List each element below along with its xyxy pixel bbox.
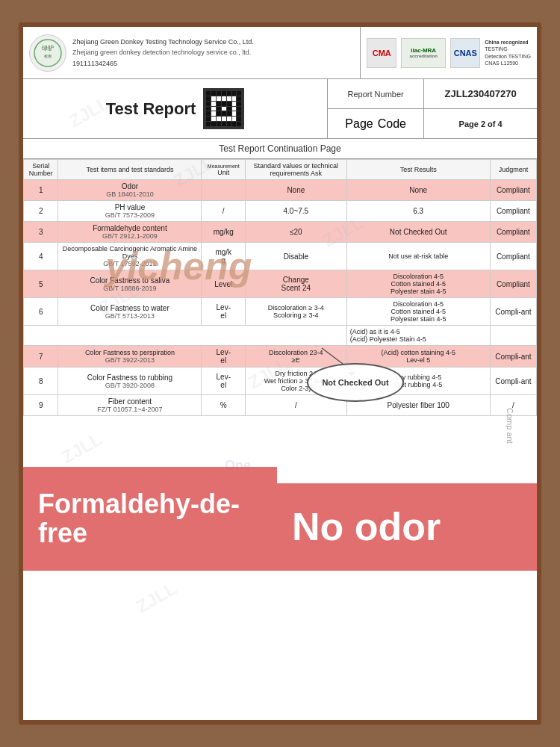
report-table: Serial Number Test items and test standa… [23, 159, 537, 416]
cell-ask-5: ChangeScent 24 [246, 270, 347, 298]
table-row: 9 Fiber content FZ/T 01057.1~4-2007 % / … [24, 395, 537, 416]
report-table-container: Serial Number Test items and test standa… [23, 159, 537, 416]
acid-judgment [490, 326, 536, 346]
standard-name-8: GB/T 3920-2008 [61, 382, 198, 389]
cell-judgment-3: Compliant [490, 222, 536, 243]
cell-item-1: Odor GB 18401-2010 [58, 180, 202, 201]
title-left: Test Report [23, 79, 328, 138]
standard-name-2: GB/T 7573-2009 [61, 211, 198, 219]
cell-ask-1: None [246, 180, 347, 201]
cell-ask-8: Dry friction 24Wet friction ≥ 3 (deepCol… [246, 368, 347, 395]
formaldehyde-free-banner: Formaldehy-de-free [23, 467, 277, 571]
cell-unit-5: Level [202, 270, 246, 298]
company-name-text: Zhejiang Green Donkey Testing Technology… [72, 37, 254, 69]
measurement-label: Measurement [205, 164, 242, 169]
standard-name-7: GB/T 3922-2013 [61, 356, 198, 364]
cell-result-6: Discoloration 4-5Cotton stained 4-5Polye… [346, 298, 490, 326]
document-header: 绿驴 检测 Zhejiang Green Donkey Testing Tech… [23, 27, 537, 79]
cell-result-8: Dry rubbing 4-5Wet rubbing 4-5 [346, 368, 490, 395]
cell-item-2: PH value GB/T 7573-2009 [58, 201, 202, 222]
svg-text:绿驴: 绿驴 [42, 45, 54, 52]
cell-judgment-6: Compli-ant [490, 298, 536, 326]
cell-unit-1 [202, 180, 246, 201]
page-value: Page 2 of 4 [424, 120, 537, 128]
unit-label: Unit [205, 169, 242, 176]
page-row: Page Code Page 2 of 4 [328, 109, 537, 138]
cell-judgment-7: Compli-ant [490, 346, 536, 368]
table-row: 8 Color Fastness to rubbing GB/T 3920-20… [24, 368, 537, 395]
standard-name-5: GB/T 18886-2019 [61, 285, 198, 292]
document-frame: ZJLL ZJLL ZJLL ZJLL ZJLL ZJLL ZJLL ZJLL … [19, 22, 541, 725]
cell-serial-6: 6 [24, 298, 58, 326]
one-overlay: One [225, 458, 251, 474]
cell-ask-4: Disable [246, 243, 347, 270]
report-number-label: Report Number [328, 90, 423, 99]
cell-unit-6: Lev-el [202, 298, 246, 326]
certification-logos: CMA ilac·MRA accreditation CNAS China re… [361, 27, 537, 78]
cell-serial-2: 2 [24, 201, 58, 222]
cell-unit-7: Lev-el [202, 346, 246, 368]
company-logo: 绿驴 检测 [29, 34, 66, 72]
cell-judgment-8: Compli-ant [490, 368, 536, 395]
cell-item-5: Color Fastness to saliva GB/T 18886-2019 [58, 270, 202, 298]
china-recognition-text: China recognized TESTING Detection TESTI… [485, 39, 531, 66]
cell-result-5: Discoloration 4-5Cotton stained 4-5Polye… [346, 270, 490, 298]
cell-result-7: (Acid) cotton staining 4-5Lev-el 5 [346, 346, 490, 368]
page-code-labels: Page Code [328, 117, 423, 131]
title-right: Report Number ZJLL230407270 Page Code Pa… [328, 79, 537, 138]
cell-unit-8: Lev-el [202, 368, 246, 395]
cell-judgment-5: Compliant [490, 270, 536, 298]
standard-name-4: GB/T 17592-2011 [61, 260, 198, 267]
th-standard: Standard values or technical requirement… [246, 160, 347, 180]
cell-result-4: Not use at-risk table [346, 243, 490, 270]
cell-result-9: Polyester fiber 100 [346, 395, 490, 416]
cell-item-8: Color Fastness to rubbing GB/T 3920-2008 [58, 368, 202, 395]
no-odor-banner: No odor [277, 483, 541, 571]
svg-text:检测: 检测 [44, 54, 52, 58]
watermark-text-6: ZJLL [58, 429, 106, 468]
cell-ask-6: Discoloration ≥ 3-4Scoloring ≥ 3-4 [246, 298, 347, 326]
cell-judgment-4: Compliant [490, 243, 536, 270]
table-row: 6 Color Fastness to water GB/T 5713-2013… [24, 298, 537, 326]
th-serial: Serial Number [24, 160, 58, 180]
standard-name-1: GB 18401-2010 [61, 190, 198, 198]
table-row: 3 Formaldehyde content GB/T 2912.1-2009 … [24, 222, 537, 243]
acid-note-cell [24, 326, 347, 346]
code-label: Code [378, 117, 406, 131]
continuation-header: Test Report Continuation Page [23, 139, 537, 159]
cell-item-9: Fiber content FZ/T 01057.1~4-2007 [58, 395, 202, 416]
continuation-heading: Test Report Continuation Page [219, 143, 340, 154]
svg-point-0 [34, 40, 61, 66]
table-row: 7 Color Fastness to perspiration GB/T 39… [24, 346, 537, 368]
table-row: 2 PH value GB/T 7573-2009 / 4.0~7.5 6.3 … [24, 201, 537, 222]
th-results: Test Results [346, 160, 490, 180]
title-section: Test Report Report Number ZJLL230407270 [23, 79, 537, 139]
report-number-row: Report Number ZJLL230407270 [328, 79, 537, 109]
th-unit: Measurement Unit [202, 160, 246, 180]
table-row-sub: (Acid) as it is 4-5(Acid) Polyester Stai… [24, 326, 537, 346]
cell-ask-9: / [246, 395, 347, 416]
table-row: 1 Odor GB 18401-2010 None None Compliant [24, 180, 537, 201]
cma-logo: CMA [367, 38, 396, 68]
cell-serial-5: 5 [24, 270, 58, 298]
watermark-text-7: ZJLL [357, 503, 405, 543]
watermark-text-8: ZJLL [133, 578, 181, 618]
cell-result-1: None [346, 180, 490, 201]
company-info: 绿驴 检测 Zhejiang Green Donkey Testing Tech… [23, 27, 361, 78]
standard-name-6: GB/T 5713-2013 [61, 312, 198, 320]
cell-ask-7: Discoloration 23-4≥E [246, 346, 347, 368]
cell-judgment-9: / [490, 395, 536, 416]
cell-unit-3: mg/kg [202, 222, 246, 243]
cell-item-6: Color Fastness to water GB/T 5713-2013 [58, 298, 202, 326]
cell-serial-4: 4 [24, 243, 58, 270]
page-title: Test Report [106, 99, 196, 119]
cell-serial-8: 8 [24, 368, 58, 395]
cell-item-7: Color Fastness to perspiration GB/T 3922… [58, 346, 202, 368]
cell-item-4: Decomposable Carcinogenic Aromatic Amine… [58, 243, 202, 270]
th-judgment: Judgment [490, 160, 536, 180]
cell-result-2: 6.3 [346, 201, 490, 222]
acid-results: (Acid) as it is 4-5(Acid) Polyester Stai… [346, 326, 490, 346]
page-label: Page [345, 117, 373, 131]
th-items: Test items and test standards [58, 160, 202, 180]
qr-code [203, 88, 244, 129]
